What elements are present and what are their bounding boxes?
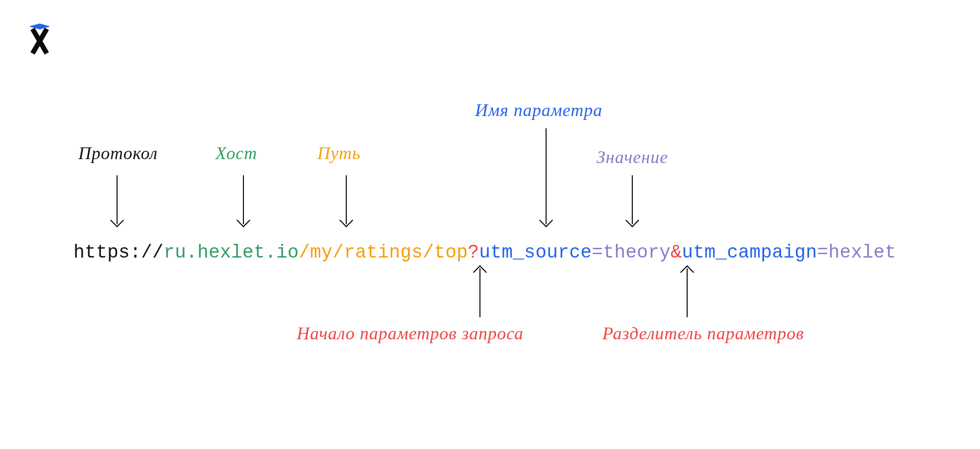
label-param-separator: Разделитель параметров: [602, 323, 804, 344]
arrow-down-icon: [117, 175, 118, 224]
url-equals-sign: =: [817, 242, 828, 263]
label-protocol: Протокол: [78, 143, 158, 164]
label-query-start: Начало параметров запроса: [297, 323, 524, 344]
arrow-up-icon: [479, 268, 480, 317]
arrow-down-icon: [632, 175, 633, 224]
url-param-value: theory: [603, 242, 670, 263]
url-equals-sign: =: [592, 242, 603, 263]
label-param-name: Имя параметра: [475, 100, 602, 120]
arrow-down-icon: [546, 128, 547, 224]
label-host: Хост: [215, 143, 257, 164]
url-param-name: utm_source: [479, 242, 592, 263]
arrow-down-icon: [243, 175, 244, 224]
url-slash: /: [299, 242, 310, 263]
url-path-segment: ratings: [344, 242, 423, 263]
hexlet-logo: [25, 24, 54, 54]
url-slash: /: [423, 242, 434, 263]
label-path: Путь: [317, 143, 360, 164]
logo-x-icon: [25, 28, 54, 54]
arrow-up-icon: [687, 268, 688, 317]
url-protocol: https://: [73, 242, 164, 263]
url-slash: /: [333, 242, 344, 263]
url-query-start: ?: [468, 242, 479, 263]
url-path-segment: my: [310, 242, 333, 263]
url-path-segment: top: [434, 242, 468, 263]
label-value: Значение: [597, 147, 668, 167]
url-param-separator: &: [670, 242, 682, 263]
url-param-name: utm_campaign: [682, 242, 817, 263]
url-anatomy-example: https://ru.hexlet.io/my/ratings/top?utm_…: [73, 242, 896, 263]
url-host: ru.hexlet.io: [164, 242, 299, 263]
url-param-value: hexlet: [828, 242, 896, 263]
arrow-down-icon: [346, 175, 347, 224]
